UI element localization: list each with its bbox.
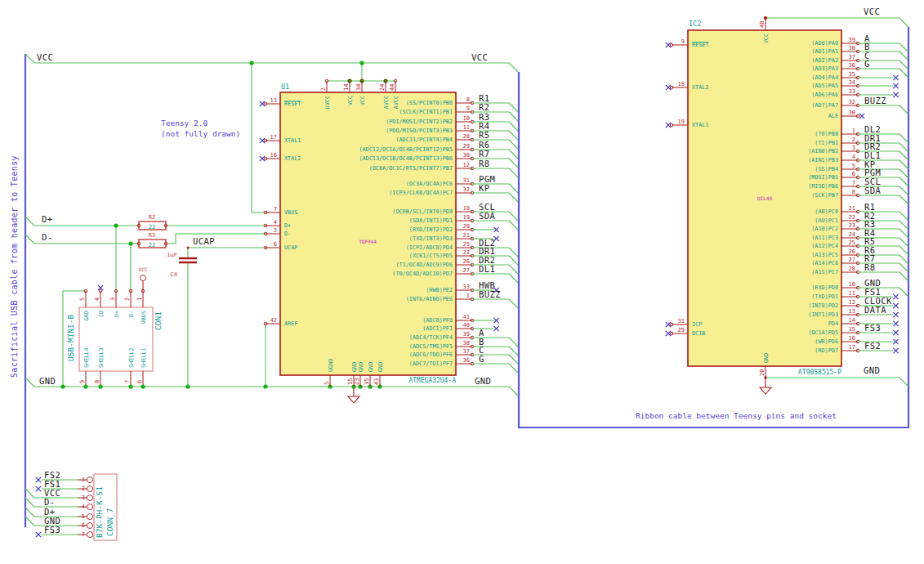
pin-name: SHELL1 — [141, 347, 147, 368]
bus-entry — [899, 221, 908, 230]
u1-body[interactable] — [280, 92, 456, 375]
bus-entry — [509, 347, 518, 356]
conn7-value[interactable]: B7K-PH-K-S1 — [95, 486, 104, 538]
teensy-note-line2: (not fully drawn) — [161, 129, 240, 138]
pin-name: (MISO)PB6 — [808, 183, 838, 190]
pin-number: 32 — [463, 186, 470, 193]
bus-entry — [509, 122, 518, 131]
ic2-ref[interactable]: IC2 — [689, 20, 701, 28]
pin-name: (HWB)PE2 — [426, 287, 453, 293]
pin-circle — [87, 477, 93, 483]
c4-ref[interactable]: C4 — [171, 271, 177, 278]
pin-number: 2 — [320, 87, 327, 91]
net-label[interactable]: R7 — [479, 149, 489, 159]
pin-number: 10 — [849, 281, 855, 288]
pin-number: 32 — [849, 99, 855, 105]
pin-number: 36 — [463, 357, 470, 364]
pin-number: 16 — [270, 152, 277, 159]
pin-name: (SCK)PB7 — [811, 192, 838, 199]
net-label[interactable]: BUZZ — [479, 289, 501, 299]
pin-number: 37 — [463, 348, 470, 355]
bus-entry — [899, 263, 908, 272]
net-label[interactable]: D- — [44, 497, 55, 507]
pin-name: ICP — [692, 321, 702, 328]
pin-name: XTAL1 — [692, 122, 708, 128]
pin-name: (A15)PC7 — [811, 269, 838, 275]
con1-ref[interactable]: CON1 — [154, 311, 163, 330]
dplus-label[interactable]: D+ — [42, 214, 52, 224]
pin-number: 2 — [124, 298, 131, 301]
net-label[interactable]: FS2 — [864, 341, 881, 351]
bus-entry — [509, 193, 518, 202]
net-label[interactable]: SDA — [479, 211, 495, 221]
net-label[interactable]: DATA — [864, 305, 886, 315]
pin-name: D- — [284, 231, 291, 237]
pin-name: GND — [368, 362, 374, 372]
pin-number: 33 — [849, 88, 855, 95]
pin-name: (A8)PC0 — [815, 208, 838, 215]
pin-name: SHELL2 — [128, 347, 135, 368]
sacrificial-note: Sacrificial USB cable from header to Tee… — [10, 155, 19, 378]
c4-body[interactable] — [179, 258, 197, 262]
pin-name: VCC — [359, 96, 366, 105]
pin-number: 16 — [849, 335, 855, 342]
bus-entry — [899, 60, 908, 69]
net-label[interactable]: G — [479, 354, 484, 364]
r2-ref[interactable]: R2 — [149, 214, 155, 221]
pin-number: 7 — [274, 206, 277, 213]
pin-name: (ICP3/CLK0/OC4A)PC7 — [389, 190, 453, 196]
vcc-label-u1[interactable]: VCC — [471, 52, 488, 62]
pin-number: 13 — [849, 308, 855, 315]
bus-entry — [509, 168, 518, 177]
bus-entry — [509, 184, 518, 193]
net-label[interactable]: BUZZ — [864, 96, 886, 105]
conn7-ref[interactable]: CONN_7 — [105, 508, 114, 536]
u1-ref[interactable]: U1 — [281, 83, 289, 91]
net-label[interactable]: R8 — [864, 262, 875, 272]
pin-name: XTAL1 — [284, 137, 301, 144]
ic2-value[interactable]: AT90S8515-P — [798, 369, 841, 376]
net-label[interactable]: DL1 — [479, 264, 495, 274]
pin-name: GND — [377, 362, 384, 372]
ucap-label[interactable]: UCAP — [193, 236, 215, 246]
pin-number: 35 — [364, 378, 370, 385]
net-label[interactable]: G — [864, 59, 870, 69]
bus-entry — [509, 150, 518, 159]
pin-name: (ADC4/TCK)PF4 — [409, 334, 453, 341]
gnd-label-left[interactable]: GND — [39, 376, 56, 386]
gnd-label-ic2[interactable]: GND — [864, 365, 880, 375]
net-label[interactable]: R5 — [479, 130, 489, 140]
pin-number: 7 — [124, 380, 131, 383]
pin-name: SHELL4 — [83, 347, 90, 368]
r3-ref[interactable]: R3 — [149, 232, 155, 239]
pin-number: 21 — [463, 232, 470, 239]
pin-number: 39 — [849, 37, 855, 43]
c4-value[interactable]: 1uF — [167, 252, 177, 258]
u1-value[interactable]: ATMEGA32U4-A — [408, 377, 456, 384]
pin-number: 34 — [355, 84, 362, 91]
net-label[interactable]: R8 — [479, 159, 489, 168]
bus-entry — [899, 212, 908, 221]
pin-name: (AD4)PA4 — [811, 74, 838, 81]
bus-entry — [899, 51, 908, 60]
schematic-canvas: VCC VCC GND GND D+ D- UCAP VCC GND VCC U… — [0, 0, 924, 564]
r3-value[interactable]: 22 — [149, 242, 155, 248]
pin-number: 40 — [759, 21, 766, 28]
pin-number: 19 — [678, 119, 685, 125]
net-label[interactable]: KP — [479, 183, 489, 193]
r2-value[interactable]: 22 — [149, 224, 155, 231]
con1-value[interactable]: USB-MINI-B — [66, 315, 75, 361]
net-label[interactable]: FS3 — [44, 525, 60, 535]
pin-number: 27 — [463, 267, 470, 274]
pin-number: 9 — [466, 105, 470, 112]
net-label[interactable]: FS3 — [864, 323, 881, 333]
net-label[interactable]: R2 — [479, 102, 489, 112]
gnd-label-u1[interactable]: GND — [475, 376, 491, 386]
dminus-label[interactable]: D- — [42, 232, 52, 242]
pin-number: 30 — [849, 110, 855, 116]
pin-name: (RD)PD7 — [815, 347, 838, 354]
vcc-label-ic2[interactable]: VCC — [864, 7, 880, 16]
pin-name: (A11)PC3 — [811, 235, 838, 241]
vcc-label-left[interactable]: VCC — [37, 52, 53, 62]
net-label[interactable]: SDA — [864, 186, 881, 195]
